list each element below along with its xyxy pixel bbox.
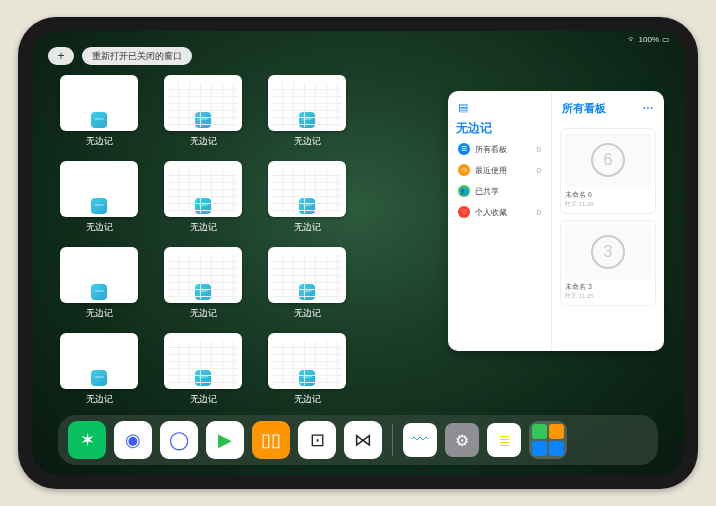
ipad-device: ᯤ 100% ▭ + 重新打开已关闭的窗口 〰无边记〰无边记〰无边记〰无边记〰无… — [18, 17, 698, 489]
dock-recent-settings[interactable]: ⚙ — [445, 423, 479, 457]
sidebar-item-icon: ◷ — [458, 164, 470, 176]
wifi-icon: ᯤ — [628, 35, 636, 44]
window-thumbnail[interactable]: 〰无边记 — [162, 161, 244, 239]
sidebar-item-count: 0 — [537, 208, 541, 217]
freeform-icon: 〰 — [195, 198, 211, 214]
sidebar-item[interactable]: ☰所有看板0 — [456, 141, 543, 157]
more-icon[interactable]: ··· — [643, 103, 654, 114]
window-thumbnail[interactable]: 〰无边记 — [162, 75, 244, 153]
window-label: 无边记 — [190, 221, 217, 234]
screen: ᯤ 100% ▭ + 重新打开已关闭的窗口 〰无边记〰无边记〰无边记〰无边记〰无… — [32, 31, 684, 475]
dock-app-quark[interactable]: ◯ — [160, 421, 198, 459]
dock: ✶◉◯▶▯▯⊡⋈〰⚙≣ — [58, 415, 658, 465]
freeform-icon: 〰 — [299, 370, 315, 386]
dock-recent-freeform[interactable]: 〰 — [403, 423, 437, 457]
battery-text: 100% — [639, 35, 659, 44]
dock-recent-notes[interactable]: ≣ — [487, 423, 521, 457]
window-thumbnail[interactable]: 〰无边记 — [58, 247, 140, 325]
window-label: 无边记 — [294, 135, 321, 148]
sidebar-item-count: 0 — [537, 166, 541, 175]
window-label: 无边记 — [190, 307, 217, 320]
sidebar-toggle-icon[interactable]: ▤ — [458, 101, 468, 114]
reopen-closed-window-button[interactable]: 重新打开已关闭的窗口 — [82, 47, 192, 65]
window-label: 无边记 — [86, 393, 113, 406]
top-bar: + 重新打开已关闭的窗口 — [48, 47, 192, 65]
sidebar-item-icon: ☰ — [458, 143, 470, 155]
freeform-icon: 〰 — [91, 112, 107, 128]
dock-app-books[interactable]: ▯▯ — [252, 421, 290, 459]
sidebar-item-label: 已共享 — [475, 186, 499, 197]
windows-grid: 〰无边记〰无边记〰无边记〰无边记〰无边记〰无边记〰无边记〰无边记〰无边记〰无边记… — [58, 75, 348, 411]
freeform-icon: 〰 — [195, 284, 211, 300]
window-thumbnail[interactable]: 〰无边记 — [266, 161, 348, 239]
window-thumbnail[interactable]: 〰无边记 — [266, 75, 348, 153]
freeform-icon: 〰 — [91, 198, 107, 214]
window-thumbnail[interactable]: 〰无边记 — [58, 75, 140, 153]
sidebar-item-label: 最近使用 — [475, 165, 507, 176]
panel-sidebar: ▤ 无边记 ☰所有看板0◷最近使用0👥已共享♡个人收藏0 — [448, 91, 552, 351]
window-label: 无边记 — [86, 307, 113, 320]
dock-separator — [392, 424, 393, 456]
board-card[interactable]: 3未命名 3昨天 11:25 — [560, 220, 656, 306]
board-title: 未命名 6昨天 11:26 — [565, 190, 651, 209]
sidebar-item[interactable]: ◷最近使用0 — [456, 162, 543, 178]
add-window-button[interactable]: + — [48, 47, 74, 65]
boards-list: 6未命名 6昨天 11:263未命名 3昨天 11:25 — [560, 128, 656, 306]
freeform-icon: 〰 — [91, 284, 107, 300]
dock-app-dice[interactable]: ⊡ — [298, 421, 336, 459]
window-label: 无边记 — [86, 135, 113, 148]
sidebar-item-icon: ♡ — [458, 206, 470, 218]
window-label: 无边记 — [294, 393, 321, 406]
dock-app-connect[interactable]: ⋈ — [344, 421, 382, 459]
panel-content: 所有看板 ··· 6未命名 6昨天 11:263未命名 3昨天 11:25 — [552, 91, 664, 351]
dock-app-library[interactable] — [529, 421, 567, 459]
freeform-icon: 〰 — [195, 112, 211, 128]
sidebar-item-count: 0 — [537, 145, 541, 154]
window-thumbnail[interactable]: 〰无边记 — [266, 247, 348, 325]
status-bar: ᯤ 100% ▭ — [628, 35, 670, 44]
sidebar-item[interactable]: ♡个人收藏0 — [456, 204, 543, 220]
dock-app-wechat[interactable]: ✶ — [68, 421, 106, 459]
window-thumbnail[interactable]: 〰无边记 — [58, 333, 140, 411]
window-label: 无边记 — [190, 393, 217, 406]
panel-right-title: 所有看板 — [562, 101, 606, 116]
window-thumbnail[interactable]: 〰无边记 — [58, 161, 140, 239]
freeform-icon: 〰 — [91, 370, 107, 386]
sidebar-item-label: 个人收藏 — [475, 207, 507, 218]
freeform-icon: 〰 — [299, 198, 315, 214]
freeform-icon: 〰 — [299, 284, 315, 300]
freeform-icon: 〰 — [195, 370, 211, 386]
sidebar-menu: ☰所有看板0◷最近使用0👥已共享♡个人收藏0 — [456, 141, 543, 220]
freeform-icon: 〰 — [299, 112, 315, 128]
panel-left-title: 无边记 — [456, 120, 543, 137]
dock-app-play[interactable]: ▶ — [206, 421, 244, 459]
window-label: 无边记 — [294, 307, 321, 320]
board-card[interactable]: 6未命名 6昨天 11:26 — [560, 128, 656, 214]
window-label: 无边记 — [190, 135, 217, 148]
window-label: 无边记 — [294, 221, 321, 234]
battery-icon: ▭ — [662, 35, 670, 44]
sidebar-item-label: 所有看板 — [475, 144, 507, 155]
sidebar-item[interactable]: 👥已共享 — [456, 183, 543, 199]
window-thumbnail[interactable]: 〰无边记 — [162, 247, 244, 325]
window-thumbnail[interactable]: 〰无边记 — [266, 333, 348, 411]
window-thumbnail[interactable]: 〰无边记 — [162, 333, 244, 411]
window-label: 无边记 — [86, 221, 113, 234]
dock-app-quark-hd[interactable]: ◉ — [114, 421, 152, 459]
sidebar-item-icon: 👥 — [458, 185, 470, 197]
board-title: 未命名 3昨天 11:25 — [565, 282, 651, 301]
freeform-expanded-window[interactable]: ▤ 无边记 ☰所有看板0◷最近使用0👥已共享♡个人收藏0 所有看板 ··· 6未… — [448, 91, 664, 351]
